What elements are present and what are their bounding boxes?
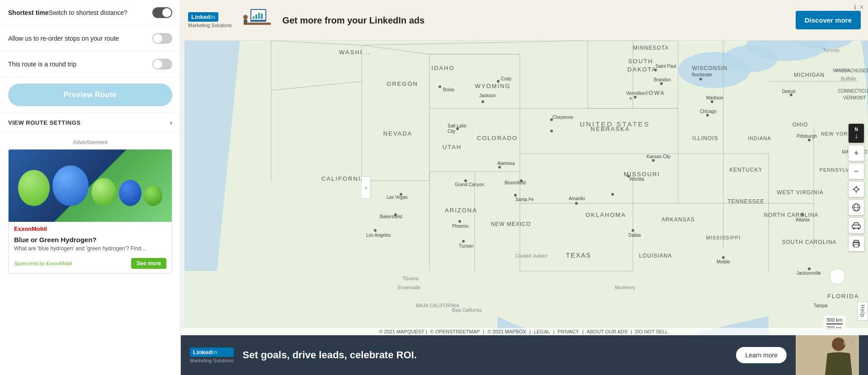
svg-point-177 [858, 243, 859, 244]
svg-text:IOWA: IOWA [646, 89, 665, 96]
svg-text:City: City [448, 129, 455, 134]
svg-text:IDAHO: IDAHO [431, 65, 454, 71]
svg-text:Boise: Boise [443, 87, 454, 92]
svg-text:Mobile: Mobile [717, 259, 730, 264]
svg-text:Monterrey: Monterrey [615, 285, 635, 290]
openstreetmap-link[interactable]: © OPENSTREETMAP [430, 329, 480, 334]
svg-rect-8 [244, 19, 247, 24]
zoom-out-button[interactable]: − [848, 163, 864, 179]
view-route-settings-label: VIEW ROUTE SETTINGS [8, 119, 80, 126]
my-location-button[interactable] [848, 181, 864, 197]
bottom-ad-close-icon[interactable]: ✕ [849, 339, 854, 346]
svg-text:MISSISSIPPI: MISSISSIPPI [706, 235, 741, 240]
svg-point-132 [711, 100, 713, 103]
svg-rect-3 [253, 16, 255, 19]
svg-text:Rochester: Rochester [692, 72, 712, 77]
print-button[interactable] [848, 235, 864, 252]
help-tab[interactable]: Help [857, 301, 868, 321]
legal-link[interactable]: LEGAL [534, 329, 550, 334]
svg-text:MICHIGAN: MICHIGAN [794, 72, 825, 78]
svg-rect-4 [255, 14, 257, 19]
svg-text:Ensenada: Ensenada [398, 285, 420, 290]
svg-point-121 [652, 159, 655, 162]
svg-point-129 [634, 96, 637, 98]
reorder-stops-toggle[interactable] [152, 33, 172, 44]
privacy-link[interactable]: PRIVACY [557, 329, 579, 334]
copyright-mapquest: © 2021 MAPQUEST [379, 329, 424, 334]
round-trip-row: This route is a round trip [0, 52, 180, 77]
bottom-linkedin-sub: Marketing Solutions [190, 358, 234, 363]
scroll-indicator [181, 0, 184, 375]
svg-text:Buffalo: Buffalo [841, 76, 856, 81]
do-not-sell-link[interactable]: DO NOT SELL [635, 329, 668, 334]
ad-balloons [14, 161, 167, 211]
svg-point-125 [654, 69, 657, 71]
top-linkedin-logo: Linkedin Marketing Solutions [188, 12, 232, 28]
about-ads-link[interactable]: ABOUT OUR ADS [587, 329, 627, 334]
top-ad-info-icon[interactable]: ℹ [854, 4, 856, 11]
shortest-time-toggle[interactable] [152, 7, 172, 18]
svg-text:CALIFORNIA: CALIFORNIA [321, 175, 366, 182]
top-ad-close-icon[interactable]: ✕ [859, 4, 864, 11]
ad-description: What are 'blue hydrogen' and 'green hydr… [9, 244, 172, 255]
balloon-green-xsmall [144, 185, 162, 206]
globe-view-button[interactable] [848, 199, 864, 216]
svg-text:Brandon: Brandon [654, 77, 671, 82]
svg-text:LOUISIANA: LOUISIANA [639, 253, 672, 259]
svg-point-116 [611, 193, 614, 196]
svg-point-107 [514, 194, 517, 197]
compass-control[interactable]: N ↓ [848, 123, 864, 143]
svg-point-109 [498, 166, 501, 169]
view-route-settings-row[interactable]: VIEW ROUTE SETTINGS › [0, 112, 180, 133]
svg-text:Tijuana: Tijuana [402, 276, 419, 281]
svg-point-7 [243, 15, 248, 19]
svg-text:Baja California: Baja California [452, 308, 481, 313]
map-svg[interactable]: OREGON IDAHO NEVADA CALIFORNIA WYOMING U… [181, 0, 868, 375]
svg-text:Ciudad Juárez: Ciudad Juárez [515, 253, 547, 258]
svg-point-142 [808, 139, 811, 141]
svg-text:WASHI...: WASHI... [339, 49, 370, 56]
svg-text:COLORADO: COLORADO [477, 135, 518, 141]
expand-button[interactable] [829, 268, 845, 285]
svg-text:Bloomfield: Bloomfield [505, 180, 526, 185]
svg-text:Los Angeles: Los Angeles [366, 233, 391, 238]
svg-text:London: London [833, 67, 849, 72]
svg-text:WISCONSIN: WISCONSIN [692, 65, 727, 71]
svg-point-117 [632, 229, 634, 232]
svg-text:Las Vegas: Las Vegas [387, 195, 408, 200]
svg-text:Saint Paul: Saint Paul [656, 64, 676, 69]
svg-text:Jackson: Jackson [479, 93, 496, 98]
bottom-ad-info-icon[interactable]: ℹ [843, 339, 845, 346]
svg-text:Madison: Madison [706, 95, 723, 100]
collapse-panel-button[interactable]: ‹ [362, 176, 371, 199]
see-more-button[interactable]: See more [131, 258, 166, 269]
svg-text:VERMONT: VERMONT [843, 95, 866, 100]
round-trip-toggle[interactable] [152, 59, 172, 70]
discover-more-button[interactable]: Discover more [796, 11, 861, 29]
ad-box: ▶ ExxonMobil Blue or Green Hydrogen? Wha… [8, 149, 172, 274]
svg-point-91 [497, 80, 500, 83]
svg-point-113 [550, 130, 553, 132]
compass-arrow-icon: ↓ [854, 132, 858, 140]
mapbox-link[interactable]: © 2021 MAPBOX [487, 329, 526, 334]
svg-point-173 [858, 228, 859, 230]
svg-rect-171 [852, 225, 860, 228]
svg-text:FLORIDA: FLORIDA [827, 293, 859, 300]
ad-label: Advertisement [8, 139, 172, 145]
zoom-in-button[interactable]: + [848, 145, 864, 161]
learn-more-button[interactable]: Learn more [736, 347, 787, 363]
map-area[interactable]: Linkedin Marketing Solutions Get more fr… [181, 0, 868, 375]
ad-image [9, 150, 172, 222]
ad-footer: Sponsored by ExxonMobil See more [9, 255, 172, 273]
svg-text:Alamosa: Alamosa [497, 161, 515, 166]
svg-text:Phoenix: Phoenix [452, 224, 468, 229]
svg-text:ARKANSAS: ARKANSAS [661, 216, 694, 223]
svg-point-136 [801, 213, 804, 216]
street-view-button[interactable] [848, 217, 864, 234]
svg-point-97 [374, 229, 377, 232]
bottom-linkedin-badge: Linkedin [190, 347, 234, 357]
balloon-blue-large [52, 165, 89, 206]
preview-route-button[interactable]: Preview Route [8, 84, 172, 106]
svg-point-114 [575, 202, 578, 205]
top-linkedin-badge: Linkedin [188, 12, 218, 22]
